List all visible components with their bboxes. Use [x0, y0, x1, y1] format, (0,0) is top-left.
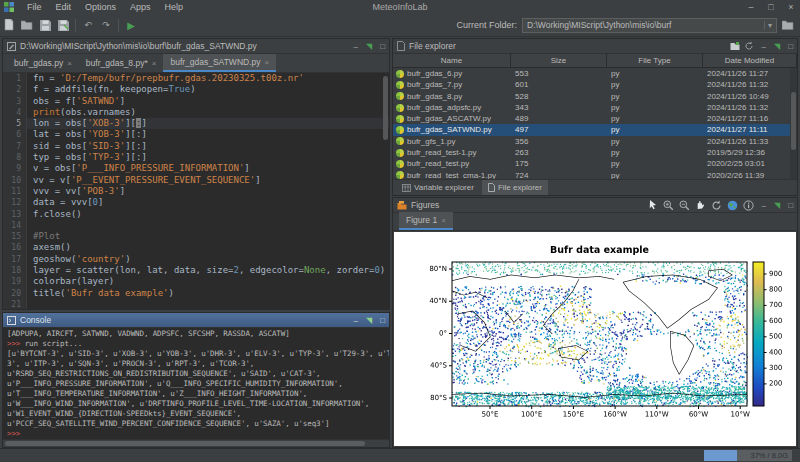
file-explorer-float-icon[interactable]: ◥ — [774, 42, 780, 51]
window-close-button[interactable]: × — [782, 2, 800, 12]
code-line[interactable]: 12data = vvv[0] — [3, 197, 389, 208]
tab-bufr-gdas-8[interactable]: bufr_gdas_8.py* × — [79, 54, 164, 72]
file-explorer-minimize-icon[interactable]: – — [762, 42, 766, 51]
open-file-button[interactable] — [18, 17, 36, 34]
window-minimize-button[interactable]: – — [742, 2, 760, 12]
editor-scrollbar[interactable] — [382, 73, 388, 309]
code-line[interactable]: 1fn = 'D:/Temp/bufr/prepbufr.gdas.202303… — [3, 73, 389, 84]
code-line[interactable]: 19colorbar(layer) — [3, 276, 389, 287]
file-table-row[interactable]: bufr_gdas_8.py528py2024/11/26 10:49 — [393, 91, 797, 102]
file-explorer-panel: File explorer – ◥ □ Name Size File Type … — [392, 38, 798, 196]
console-maximize-icon[interactable]: □ — [380, 316, 385, 325]
console-hscrollbar[interactable] — [3, 439, 389, 447]
console-output-line: [ADPUPA, AIRCFT, SATWND, VADWND, ADPSFC,… — [7, 329, 389, 339]
code-line[interactable]: 11vvv = vv['POB-3'] — [3, 186, 389, 197]
editor-minimize-icon[interactable]: – — [354, 42, 358, 51]
tab-file-explorer[interactable]: File explorer — [482, 180, 548, 195]
menu-edit[interactable]: Edit — [49, 0, 79, 14]
undo-button[interactable]: ↶ — [79, 17, 97, 34]
rotate-icon[interactable] — [711, 200, 722, 211]
editor-float-icon[interactable]: ◥ — [366, 42, 372, 51]
code-line[interactable]: 6lat = obs['YOB-3'][:] — [3, 129, 389, 140]
column-name[interactable]: Name — [393, 54, 511, 67]
code-line[interactable]: 18layer = scatter(lon, lat, data, size=2… — [3, 265, 389, 276]
code-line[interactable]: 9v = obs['P___INFO_PRESSURE_INFORMATION'… — [3, 163, 389, 174]
pan-hand-icon[interactable] — [695, 200, 706, 211]
column-file-type[interactable]: File Type — [607, 54, 703, 67]
console-output-line: u'P___INFO_PRESSURE_INFORMATION', u'Q___… — [7, 379, 389, 389]
memory-usage-indicator[interactable]: 37% / 8.0G — [704, 450, 792, 461]
tab-bufr-gdas[interactable]: bufr_gdas.py × — [7, 54, 79, 72]
code-editor[interactable]: 1fn = 'D:/Temp/bufr/prepbufr.gdas.202303… — [3, 73, 389, 309]
tab-label: bufr_gdas_SATWND.py — [170, 57, 260, 67]
file-icon — [397, 41, 405, 51]
column-size[interactable]: Size — [511, 54, 607, 67]
python-file-icon — [396, 171, 404, 179]
tab-close-icon[interactable]: × — [67, 59, 72, 68]
code-line[interactable]: 10vv = v['P__EVENT_PRESSURE_EVENT_SEQUEN… — [3, 175, 389, 186]
code-line[interactable]: 16axesm() — [3, 242, 389, 253]
console-minimize-icon[interactable]: – — [354, 316, 358, 325]
menu-apps[interactable]: Apps — [123, 0, 158, 14]
window-maximize-button[interactable]: □ — [762, 2, 780, 12]
file-table-row[interactable]: bufr_gdas_ASCATW.py489py2024/11/27 11:16 — [393, 113, 797, 124]
chevron-down-icon[interactable]: ▾ — [764, 21, 772, 30]
tab-close-icon[interactable]: × — [152, 59, 157, 68]
file-table-row[interactable]: bufr_read_test.py175py2020/2/25 03:01 — [393, 158, 797, 169]
code-line[interactable]: 20title('Bufr data example') — [3, 288, 389, 299]
menu-file[interactable]: File — [20, 0, 49, 14]
file-table-row[interactable]: bufr_gdas_7.py601py2024/11/26 11:32 — [393, 79, 797, 90]
zoom-in-icon[interactable] — [663, 200, 674, 211]
current-folder-combobox[interactable]: D:\Working\MIScript\Jython\mis\io\burf ▾ — [522, 18, 777, 33]
file-explorer-maximize-icon[interactable]: □ — [788, 42, 793, 51]
bufr-map-plot[interactable] — [394, 232, 796, 445]
tab-figure-1[interactable]: Figure 1 × — [399, 212, 453, 230]
run-script-button[interactable]: ▶ — [122, 17, 140, 34]
code-line[interactable]: 17geoshow('country') — [3, 254, 389, 265]
browse-folder-icon[interactable] — [782, 20, 794, 30]
code-line[interactable]: 21 — [3, 299, 389, 309]
globe-icon[interactable] — [727, 200, 738, 211]
console-output[interactable]: [ADPUPA, AIRCFT, SATWND, VADWND, ADPSFC,… — [3, 328, 389, 439]
figures-maximize-icon[interactable]: □ — [788, 201, 793, 210]
file-table-scrollbar[interactable] — [790, 68, 797, 179]
code-line[interactable]: 13f.close() — [3, 209, 389, 220]
code-line[interactable]: 3obs = f['SATWND'] — [3, 96, 389, 107]
code-line[interactable]: 14 — [3, 220, 389, 231]
code-line[interactable]: 8typ = obs['TYP-3'][:] — [3, 152, 389, 163]
code-line[interactable]: 2f = addfile(fn, keepopen=True) — [3, 84, 389, 95]
tab-bufr-gdas-satwnd[interactable]: bufr_gdas_SATWND.py × — [163, 54, 276, 72]
column-date-modified[interactable]: Date Modified — [703, 54, 797, 67]
save-button[interactable] — [36, 17, 54, 34]
code-line[interactable]: 15#Plot — [3, 231, 389, 242]
tab-close-icon[interactable]: × — [265, 58, 270, 67]
tab-variable-explorer[interactable]: Variable explorer — [396, 180, 480, 195]
figures-float-icon[interactable]: ◥ — [774, 201, 780, 210]
file-table-row[interactable]: bufr_read_test-1.py263py2019/5/29 12:36 — [393, 147, 797, 158]
zoom-out-icon[interactable] — [679, 200, 690, 211]
code-line[interactable]: 4print(obs.varnames) — [3, 107, 389, 118]
redo-button[interactable]: ↷ — [97, 17, 115, 34]
menu-options[interactable]: Options — [78, 0, 123, 14]
code-line[interactable]: 7sid = obs['SID-3'][:] — [3, 141, 389, 152]
figures-minimize-icon[interactable]: – — [762, 201, 766, 210]
new-file-button[interactable] — [0, 17, 18, 34]
tab-close-icon[interactable]: × — [441, 216, 446, 225]
file-table-row[interactable]: bufr_read_test_cma-1.py724py2020/2/26 11… — [393, 170, 797, 179]
new-folder-icon[interactable] — [730, 42, 740, 51]
save-as-button[interactable] — [54, 17, 72, 34]
editor-maximize-icon[interactable]: □ — [380, 42, 385, 51]
code-line[interactable]: 5lon = obs['XOB-3'][:] — [3, 118, 389, 129]
menu-help[interactable]: Help — [158, 0, 191, 14]
info-icon[interactable] — [743, 200, 754, 211]
file-table-row[interactable]: bufr_gdas_SATWND.py497py2024/11/27 11:11 — [393, 124, 797, 135]
console-float-icon[interactable]: ◥ — [366, 316, 372, 325]
file-table-row[interactable]: bufr_gdas_6.py553py2024/11/26 11:27 — [393, 68, 797, 79]
file-table-row[interactable]: bufr_gfs_1.py356py2024/11/26 11:33 — [393, 136, 797, 147]
figures-icon — [397, 201, 407, 210]
file-table-row[interactable]: bufr_gdas_adpsfc.py343py2024/11/26 11:32 — [393, 102, 797, 113]
refresh-icon[interactable] — [744, 41, 754, 51]
select-cursor-icon[interactable] — [648, 200, 658, 210]
line-number: 14 — [3, 220, 27, 231]
file-table-header[interactable]: Name Size File Type Date Modified — [393, 54, 797, 68]
